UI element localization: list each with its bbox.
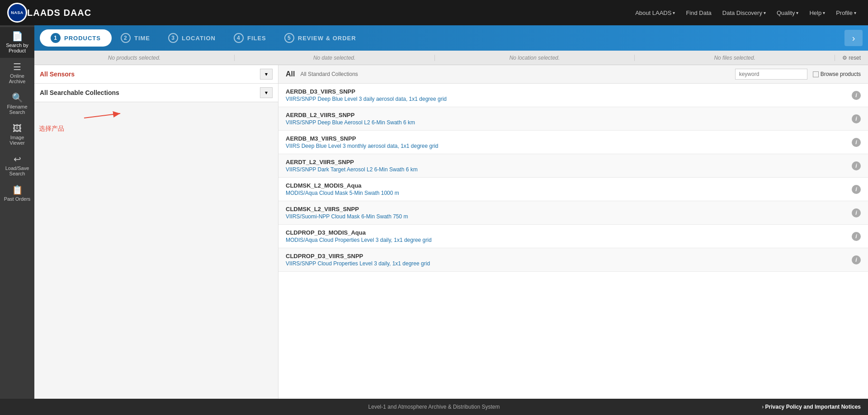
table-row[interactable]: CLDMSK_L2_MODIS_Aqua MODIS/Aqua Cloud Ma…	[278, 178, 868, 201]
product-info: AERDB_M3_VIIRS_SNPP VIIRS Deep Blue Leve…	[286, 135, 852, 149]
footer: Level-1 and Atmosphere Archive & Distrib…	[0, 399, 868, 415]
sidebar-label-image-viewer: Image Viewer	[9, 135, 24, 146]
sidebar-label-load-save: Load/Save Search	[5, 165, 29, 176]
info-icon[interactable]: i	[852, 161, 861, 170]
help-dropdown-arrow: ▾	[823, 10, 825, 15]
table-row[interactable]: AERDB_D3_VIIRS_SNPP VIIRS/SNPP Deep Blue…	[278, 84, 868, 107]
product-info: CLDPROP_D3_VIIRS_SNPP VIIRS/SNPP Cloud P…	[286, 253, 852, 267]
sidebar-item-online-archive[interactable]: ☰ Online Archive	[0, 58, 34, 89]
nav-data-discovery[interactable]: Data Discovery ▾	[718, 7, 770, 19]
list-icon: ☰	[13, 62, 21, 71]
status-files: No files selected.	[635, 55, 835, 61]
product-browser: All Sensors ▾ All Searchable Collections…	[34, 65, 868, 399]
step-num-1: 1	[51, 33, 61, 43]
sidebar-item-load-save[interactable]: ↩ Load/Save Search	[0, 150, 34, 181]
about-dropdown-arrow: ▾	[673, 10, 675, 15]
step-num-3: 3	[168, 33, 178, 43]
table-row[interactable]: AERDT_L2_VIIRS_SNPP VIIRS/SNPP Dark Targ…	[278, 154, 868, 178]
product-name: AERDB_L2_VIIRS_SNPP	[286, 112, 852, 118]
keyword-input[interactable]	[735, 69, 807, 80]
info-icon[interactable]: i	[852, 232, 861, 241]
sensors-label: All Sensors	[40, 71, 260, 78]
discovery-dropdown-arrow: ▾	[764, 10, 766, 15]
top-navbar: NASA LAADS DAAC About LAADS ▾ Find Data …	[0, 0, 868, 25]
sensors-dropdown-button[interactable]: ▾	[260, 69, 273, 80]
quality-dropdown-arrow: ▾	[796, 10, 798, 15]
product-desc: VIIRS/SNPP Deep Blue Level 3 daily aeros…	[286, 96, 852, 102]
product-name: AERDT_L2_VIIRS_SNPP	[286, 159, 852, 165]
product-name: CLDPROP_D3_VIIRS_SNPP	[286, 253, 852, 259]
table-row[interactable]: CLDMSK_L2_VIIRS_SNPP VIIRS/Suomi-NPP Clo…	[278, 201, 868, 225]
product-list-header: All All Standard Collections Browse prod…	[278, 65, 868, 84]
info-icon[interactable]: i	[852, 255, 861, 264]
product-info: AERDB_D3_VIIRS_SNPP VIIRS/SNPP Deep Blue…	[286, 88, 852, 102]
product-items-list: AERDB_D3_VIIRS_SNPP VIIRS/SNPP Deep Blue…	[278, 84, 868, 399]
wizard-step-products[interactable]: 1 PRODUCTS	[40, 29, 112, 47]
site-title: LAADS DAAC	[27, 8, 91, 18]
product-info: CLDPROP_D3_MODIS_Aqua MODIS/Aqua Cloud P…	[286, 229, 852, 243]
collections-filter-row: All Searchable Collections ▾	[34, 84, 278, 102]
product-info: CLDMSK_L2_VIIRS_SNPP VIIRS/Suomi-NPP Clo…	[286, 206, 852, 220]
nav-find-data[interactable]: Find Data	[681, 7, 716, 19]
table-row[interactable]: CLDPROP_D3_MODIS_Aqua MODIS/Aqua Cloud P…	[278, 225, 868, 248]
step-label-files: FILES	[247, 35, 266, 42]
info-icon[interactable]: i	[852, 185, 861, 194]
step-label-products: PRODUCTS	[64, 35, 101, 42]
browse-products-label[interactable]: Browse products	[813, 71, 861, 77]
table-row[interactable]: CLDPROP_D3_VIIRS_SNPP VIIRS/SNPP Cloud P…	[278, 248, 868, 272]
collections-dropdown-button[interactable]: ▾	[260, 87, 273, 98]
sidebar-item-image-viewer[interactable]: 🖼 Image Viewer	[0, 119, 34, 150]
file-icon: 📄	[12, 32, 23, 41]
product-list-panel: All All Standard Collections Browse prod…	[278, 65, 868, 399]
product-name: CLDMSK_L2_VIIRS_SNPP	[286, 206, 852, 212]
nasa-logo: NASA	[7, 3, 27, 23]
product-desc: VIIRS/SNPP Cloud Properties Level 3 dail…	[286, 260, 852, 267]
status-date: No date selected.	[235, 55, 435, 61]
nav-about-laads[interactable]: About LAADS ▾	[631, 7, 679, 19]
reset-button[interactable]: ⚙ reset	[835, 55, 868, 61]
annotation-arrow	[71, 104, 161, 132]
status-location: No location selected.	[435, 55, 635, 61]
privacy-policy-link[interactable]: Privacy Policy and Important Notices	[765, 404, 861, 410]
product-name: AERDB_M3_VIIRS_SNPP	[286, 135, 852, 142]
table-row[interactable]: AERDB_L2_VIIRS_SNPP VIIRS/SNPP Deep Blue…	[278, 107, 868, 131]
sidebar: 📄 Search by Product ☰ Online Archive 🔍 F…	[0, 25, 34, 399]
sidebar-label-past-orders: Past Orders	[4, 196, 31, 202]
sidebar-item-filename-search[interactable]: 🔍 Filename Search	[0, 89, 34, 119]
product-list-title: All	[286, 70, 295, 78]
product-name: CLDPROP_D3_MODIS_Aqua	[286, 229, 852, 236]
product-name: CLDMSK_L2_MODIS_Aqua	[286, 182, 852, 189]
info-icon[interactable]: i	[852, 91, 861, 100]
nav-help[interactable]: Help ▾	[805, 7, 830, 19]
wizard-next-button[interactable]: ›	[844, 30, 863, 46]
nav-quality[interactable]: Quality ▾	[772, 7, 803, 19]
wizard-step-review[interactable]: 5 REVIEW & ORDER	[275, 25, 365, 51]
wizard-step-files[interactable]: 4 FILES	[225, 25, 275, 51]
status-products: No products selected.	[34, 55, 235, 61]
magnifier-icon: 🔍	[12, 93, 23, 102]
sidebar-label-search-product: Search by Product	[6, 42, 28, 53]
sidebar-item-search-product[interactable]: 📄 Search by Product	[0, 27, 34, 58]
product-info: AERDB_L2_VIIRS_SNPP VIIRS/SNPP Deep Blue…	[286, 112, 852, 126]
footer-right: › Privacy Policy and Important Notices	[762, 404, 861, 410]
browse-products-checkbox[interactable]	[813, 71, 819, 77]
info-icon[interactable]: i	[852, 114, 861, 123]
svg-line-1	[84, 113, 120, 118]
info-icon[interactable]: i	[852, 138, 861, 147]
wizard-step-time[interactable]: 2 TIME	[112, 25, 159, 51]
product-desc: VIIRS/Suomi-NPP Cloud Mask 6-Min Swath 7…	[286, 213, 852, 220]
collections-label: All Searchable Collections	[40, 89, 260, 96]
sidebar-label-online-archive: Online Archive	[9, 73, 26, 84]
sidebar-label-filename-search: Filename Search	[7, 104, 27, 115]
nav-profile[interactable]: Profile ▾	[831, 7, 861, 19]
info-icon[interactable]: i	[852, 208, 861, 217]
sidebar-item-past-orders[interactable]: 📋 Past Orders	[0, 181, 34, 206]
wizard-step-location[interactable]: 3 LOCATION	[159, 25, 225, 51]
product-info: AERDT_L2_VIIRS_SNPP VIIRS/SNPP Dark Targ…	[286, 159, 852, 173]
table-row[interactable]: AERDB_M3_VIIRS_SNPP VIIRS Deep Blue Leve…	[278, 131, 868, 154]
orders-icon: 📋	[12, 185, 23, 194]
product-desc: MODIS/Aqua Cloud Mask 5-Min Swath 1000 m	[286, 190, 852, 196]
step-label-time: TIME	[134, 35, 150, 42]
image-icon: 🖼	[13, 124, 22, 133]
content-area: 1 PRODUCTS 2 TIME 3 LOCATION 4 FILES 5 R…	[34, 25, 868, 399]
